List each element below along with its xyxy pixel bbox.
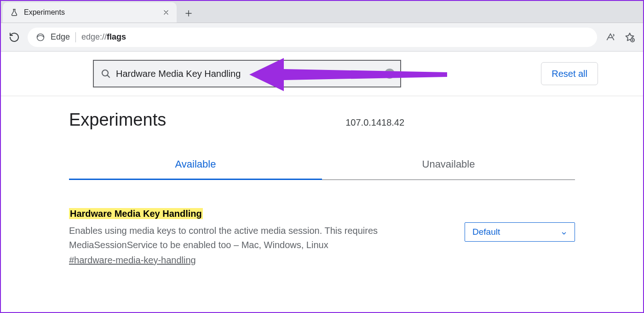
tabs: Available Unavailable: [69, 152, 575, 180]
search-row: Reset all: [1, 52, 643, 96]
browser-version: 107.0.1418.42: [345, 117, 404, 128]
flask-icon: [10, 8, 18, 17]
flag-description: Enables using media keys to control the …: [69, 224, 386, 252]
tab-strip: Experiments: [1, 1, 643, 23]
browser-toolbar: Edge edge://flags: [1, 23, 643, 52]
search-input[interactable]: [116, 69, 378, 79]
flag-state-select[interactable]: Default: [465, 222, 575, 242]
flag-state-value: Default: [472, 227, 500, 237]
svg-point-0: [37, 34, 44, 41]
flag-anchor-link[interactable]: #hardware-media-key-handling: [69, 255, 196, 266]
url-protocol: edge://: [81, 32, 107, 41]
favorites-icon[interactable]: [624, 31, 636, 43]
chevron-down-icon: [561, 229, 567, 235]
page-content: Reset all Experiments 107.0.1418.42 Avai…: [1, 52, 643, 266]
search-box: [93, 60, 401, 87]
search-icon: [100, 68, 111, 79]
new-tab-button[interactable]: [179, 4, 198, 23]
flag-title: Hardware Media Key Handling: [69, 209, 451, 219]
page-title: Experiments: [69, 110, 166, 130]
flag-row: Hardware Media Key Handling Enables usin…: [69, 209, 575, 266]
address-separator: [75, 32, 76, 42]
clear-icon[interactable]: [385, 69, 395, 79]
browser-tab[interactable]: Experiments: [3, 2, 177, 23]
read-aloud-icon[interactable]: [604, 31, 616, 43]
address-label: Edge: [51, 32, 70, 42]
tab-unavailable[interactable]: Unavailable: [322, 152, 575, 180]
address-bar[interactable]: Edge edge://flags: [28, 28, 597, 47]
close-icon[interactable]: [162, 8, 170, 17]
reset-all-button[interactable]: Reset all: [541, 62, 598, 85]
tab-title: Experiments: [24, 8, 162, 17]
edge-logo-icon: [36, 33, 45, 42]
url-path: flags: [107, 32, 126, 41]
reload-icon[interactable]: [8, 31, 20, 43]
tab-available[interactable]: Available: [69, 152, 322, 180]
